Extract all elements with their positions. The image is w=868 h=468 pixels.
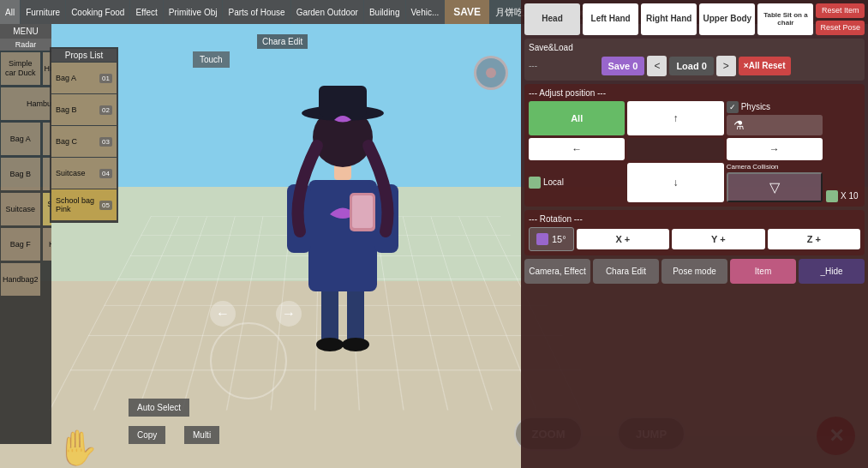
left-item-suitcase[interactable]: Suitcase — [1, 193, 40, 225]
dashes: --- — [529, 61, 599, 70]
reset-pose-button[interactable]: Reset Pose — [816, 21, 865, 35]
top-menu-furniture[interactable]: Furniture — [21, 0, 65, 24]
game-right-arrow[interactable]: → — [276, 301, 302, 327]
prop-label: School bag Pink — [56, 196, 99, 213]
save-load-row: --- Save 0 < Load 0 > ×All Reset — [529, 56, 860, 76]
camera-effect-button[interactable]: Camera, Effect — [524, 259, 590, 284]
all-color-button[interactable]: All — [529, 101, 625, 135]
svg-rect-0 — [321, 283, 338, 343]
pose-mode-button[interactable]: Pose mode — [661, 259, 727, 284]
touch-button[interactable]: Touch — [193, 51, 230, 68]
up-arrow-button[interactable]: ↑ — [627, 101, 723, 135]
hide-button[interactable]: _Hide — [799, 259, 865, 284]
top-menu-parts[interactable]: Parts of House — [223, 0, 290, 24]
item-button[interactable]: Item — [730, 259, 796, 284]
physics-icon[interactable]: ⚗ — [727, 115, 823, 135]
prev-arrow-button[interactable]: < — [647, 56, 667, 76]
save-button[interactable]: SAVE — [445, 0, 489, 24]
physics-label: Physics — [741, 102, 770, 111]
left-item-hamburger[interactable]: Hamburger — [1, 87, 51, 120]
bottom-actions: Camera, Effect Chara Edit Pose mode Item… — [524, 259, 865, 284]
multi-button[interactable]: Multi — [184, 426, 219, 444]
prop-item-bag-c[interactable]: Bag C 03 — [51, 126, 117, 157]
down-arrow-large-button[interactable]: ▽ — [727, 172, 823, 202]
prop-label: Suitcase — [56, 169, 86, 177]
rotation-color-dot — [536, 233, 548, 245]
left-item-bag-a[interactable]: Bag A — [1, 123, 40, 155]
save-button-panel[interactable]: Save 0 — [602, 57, 645, 75]
all-reset-button[interactable]: ×All Reset — [739, 57, 791, 75]
rotation-label: --- Rotation --- — [529, 214, 860, 224]
degree-button[interactable]: 15° — [529, 227, 574, 251]
top-menu-all[interactable]: All — [0, 0, 20, 24]
right-arrow-button[interactable]: → — [727, 138, 823, 160]
degree-label: 15° — [552, 234, 566, 244]
left-hand-button[interactable]: Left Hand — [583, 3, 638, 35]
svg-point-3 — [342, 338, 369, 351]
left-item-bag-b2[interactable]: Bag B — [1, 158, 40, 190]
local-color-dot — [529, 177, 541, 189]
menu-button[interactable]: MENU — [0, 24, 51, 39]
adjust-section: --- Adjust position --- All ↑ ✓ Physics — [524, 84, 865, 207]
prop-label: Bag A — [56, 74, 76, 82]
prop-label: Bag B — [56, 105, 77, 114]
svg-rect-12 — [352, 195, 373, 228]
left-arrow-button[interactable]: ← — [529, 138, 625, 160]
reset-item-button[interactable]: Reset Item — [816, 3, 865, 18]
x10-color-dot — [826, 190, 838, 202]
right-hand-button[interactable]: Right Hand — [641, 3, 697, 35]
prop-label: Bag C — [56, 137, 77, 146]
x-plus-button[interactable]: X + — [577, 229, 669, 249]
props-list-title: Props List — [51, 49, 117, 62]
svg-rect-1 — [347, 283, 364, 343]
circle-indicator[interactable] — [474, 56, 508, 90]
right-control-panel: Head Left Hand Right Hand Upper Body Tab… — [521, 0, 868, 468]
prop-item-bag-b[interactable]: Bag B 02 — [51, 94, 117, 125]
head-button[interactable]: Head — [524, 3, 580, 35]
joystick[interactable] — [210, 322, 287, 399]
z-plus-button[interactable]: Z + — [768, 229, 860, 249]
local-label: Local — [543, 177, 564, 187]
x10-label: X 10 — [841, 191, 859, 201]
top-menu-garden[interactable]: Garden Outdoor — [291, 0, 363, 24]
auto-select-button[interactable]: Auto Select — [129, 399, 189, 417]
down-arrow-button[interactable]: ↓ — [627, 163, 723, 202]
table-sit-button[interactable]: Table Sit on a chair — [757, 3, 813, 35]
x10-area: X 10 — [826, 190, 860, 202]
left-item-handbag2[interactable]: Handbag2 — [1, 263, 40, 296]
top-menu-building[interactable]: Building — [364, 0, 405, 24]
load-button-panel[interactable]: Load 0 — [669, 57, 713, 75]
prop-num: 05 — [99, 201, 112, 210]
left-item-bag-f[interactable]: Bag F — [1, 228, 40, 261]
svg-rect-10 — [319, 86, 367, 117]
circle-inner — [486, 68, 496, 78]
prop-item-suitcase[interactable]: Suitcase 04 — [51, 158, 117, 189]
prop-num: 01 — [99, 74, 112, 83]
svg-point-2 — [316, 338, 344, 351]
radar-button[interactable]: Radar — [0, 39, 51, 51]
physics-checkbox[interactable]: ✓ — [727, 101, 739, 113]
top-menu-primitive[interactable]: Primitive Obj — [164, 0, 223, 24]
upper-body-button[interactable]: Upper Body — [699, 3, 755, 35]
top-menu-vehicle[interactable]: Vehic... — [406, 0, 445, 24]
top-menu-cooking[interactable]: Cooking Food — [66, 0, 129, 24]
left-item-handbag1[interactable]: Handbag1 — [43, 228, 51, 261]
center-space — [627, 138, 723, 160]
prop-num: 04 — [99, 169, 112, 178]
copy-button[interactable]: Copy — [129, 426, 165, 444]
y-plus-button[interactable]: Y + — [672, 229, 764, 249]
prop-item-bag-a[interactable]: Bag A 01 — [51, 63, 117, 93]
prop-item-school-bag-pink[interactable]: School bag Pink 05 — [51, 189, 117, 220]
next-arrow-button[interactable]: > — [716, 56, 736, 76]
chara-edit-label: Chara Edit — [257, 34, 308, 49]
left-item-simple-car-duck[interactable]: Simple car Duck — [1, 52, 40, 85]
chara-edit-button[interactable]: Chara Edit — [593, 259, 659, 284]
body-parts-row: Head Left Hand Right Hand Upper Body Tab… — [524, 3, 865, 35]
top-menu-effect[interactable]: Effect — [130, 0, 162, 24]
props-list-panel: Props List Bag A 01 Bag B 02 Bag C 03 Su… — [50, 47, 118, 223]
prop-num: 02 — [99, 105, 112, 115]
prop-num: 03 — [99, 137, 112, 147]
camera-collision-area: Camera Collision — [727, 163, 823, 171]
save-load-section: Save&Load --- Save 0 < Load 0 > ×All Res… — [524, 39, 865, 81]
game-left-arrow[interactable]: ← — [210, 301, 236, 327]
